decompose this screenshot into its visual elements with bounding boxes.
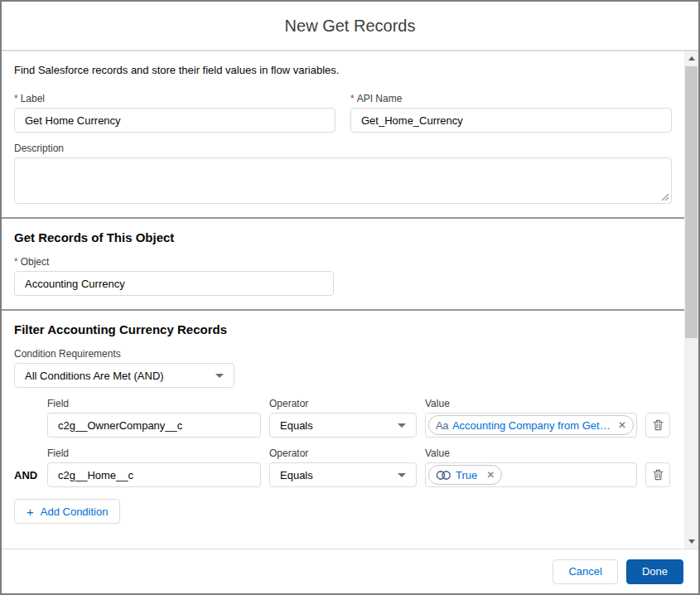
description-textarea[interactable]: [14, 157, 672, 204]
condition-operator-group: Operator Equals: [269, 447, 417, 487]
label-field-label-text: Label: [21, 93, 45, 104]
add-condition-button[interactable]: + Add Condition: [14, 499, 120, 524]
modal-body: Find Salesforce records and store their …: [2, 51, 698, 549]
operator-label: Operator: [269, 447, 417, 459]
modal-footer: Cancel Done: [2, 549, 698, 593]
add-condition-label: Add Condition: [41, 506, 109, 518]
chevron-down-icon: [398, 473, 406, 477]
condition-delete-group: [645, 413, 670, 438]
scrollbar-track[interactable]: [684, 65, 698, 535]
object-field-group: *Object: [14, 256, 672, 296]
required-mark: *: [14, 93, 18, 104]
delete-condition-button[interactable]: [645, 462, 670, 487]
modal-content: Find Salesforce records and store their …: [2, 51, 684, 549]
label-apiname-row: *Label *API Name: [14, 93, 672, 133]
condition-requirements-value: All Conditions Are Met (AND): [25, 370, 164, 382]
operator-select[interactable]: Equals: [269, 413, 417, 438]
field-label: Field: [47, 447, 261, 459]
chevron-down-icon: [398, 423, 406, 428]
condition-requirements-select[interactable]: All Conditions Are Met (AND): [14, 363, 234, 388]
condition-field-group: Field: [47, 398, 261, 438]
value-label: Value: [425, 447, 637, 459]
condition-row-2: AND Field Operator Equals Value: [14, 447, 672, 487]
description-field-label: Description: [14, 143, 672, 154]
description-field-group: Description: [14, 143, 672, 204]
value-label: Value: [425, 398, 637, 409]
scrollbar-thumb[interactable]: [685, 66, 698, 338]
operator-value: Equals: [280, 469, 313, 481]
api-name-field-label: *API Name: [350, 93, 672, 104]
condition-requirements-label: Condition Requirements: [14, 348, 672, 360]
delete-condition-button[interactable]: [645, 413, 670, 438]
object-field-label: *Object: [14, 256, 672, 268]
boolean-toggle-icon: [436, 470, 451, 481]
value-combobox[interactable]: True ✕: [425, 462, 637, 487]
object-section-heading: Get Records of This Object: [14, 230, 672, 244]
condition-joiner: AND: [14, 462, 39, 487]
required-mark: *: [14, 256, 18, 268]
object-input[interactable]: [14, 271, 334, 296]
joiner-spacer: [14, 413, 39, 438]
new-get-records-modal: New Get Records Find Salesforce records …: [0, 0, 700, 595]
modal-title: New Get Records: [285, 17, 416, 36]
scroll-up-icon: [688, 56, 695, 60]
object-field-label-text: Object: [21, 256, 50, 268]
section-divider: [2, 217, 684, 219]
value-pill-text: True: [456, 469, 477, 481]
remove-pill-icon[interactable]: ✕: [483, 469, 495, 481]
trash-icon: [653, 469, 664, 481]
label-input[interactable]: [14, 108, 336, 133]
condition-operator-group: Operator Equals: [269, 398, 417, 438]
condition-delete-group: [645, 462, 670, 487]
value-pill-text: Accounting Company from Get_...: [452, 419, 611, 432]
scroll-up-button[interactable]: [684, 51, 698, 65]
condition-requirements-group: Condition Requirements All Conditions Ar…: [14, 348, 672, 388]
filter-section-heading: Filter Accounting Currency Records: [14, 322, 672, 336]
operator-label: Operator: [269, 398, 417, 409]
label-field-label: *Label: [14, 93, 336, 104]
chevron-down-icon: [215, 374, 224, 378]
modal-header: New Get Records: [2, 2, 698, 51]
add-icon: +: [27, 506, 34, 518]
value-combobox[interactable]: Aa Accounting Company from Get_... ✕: [425, 413, 637, 438]
field-input[interactable]: [47, 413, 261, 438]
value-pill[interactable]: True ✕: [428, 465, 502, 485]
done-button[interactable]: Done: [626, 559, 683, 584]
condition-value-group: Value Aa Accounting Company from Get_...…: [425, 398, 637, 438]
api-name-field-group: *API Name: [350, 93, 672, 133]
text-type-icon: Aa: [436, 419, 448, 432]
scroll-down-button[interactable]: [684, 535, 698, 549]
condition-row-1: Field Operator Equals Value Aa Acc: [14, 398, 672, 438]
label-field-group: *Label: [14, 93, 336, 133]
scroll-down-icon: [688, 539, 695, 544]
section-divider: [2, 309, 684, 311]
cancel-button[interactable]: Cancel: [553, 559, 617, 584]
operator-select[interactable]: Equals: [269, 462, 417, 487]
trash-icon: [653, 419, 664, 431]
api-name-field-label-text: API Name: [357, 93, 403, 104]
field-label: Field: [47, 398, 261, 409]
field-input[interactable]: [47, 462, 261, 487]
condition-field-group: Field: [47, 447, 261, 487]
api-name-input[interactable]: [350, 108, 672, 133]
remove-pill-icon[interactable]: ✕: [615, 419, 626, 431]
operator-value: Equals: [280, 419, 313, 432]
scrollbar[interactable]: [684, 51, 698, 549]
intro-text: Find Salesforce records and store their …: [14, 64, 672, 76]
condition-value-group: Value True ✕: [425, 447, 637, 487]
required-mark: *: [350, 93, 355, 104]
value-pill[interactable]: Aa Accounting Company from Get_... ✕: [428, 415, 634, 435]
